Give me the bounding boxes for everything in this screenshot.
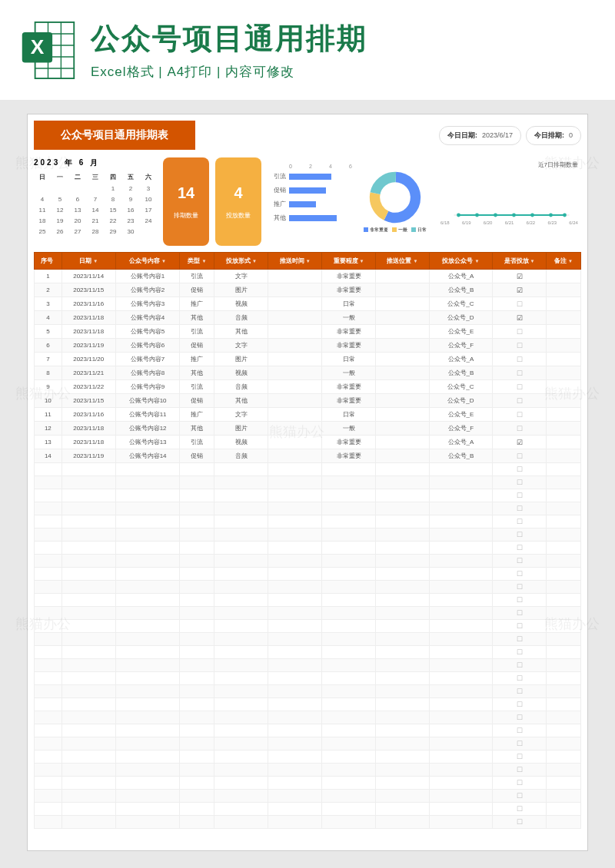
cell[interactable]: 12 — [35, 422, 62, 436]
cell[interactable]: 日常 — [322, 408, 376, 422]
cell[interactable] — [180, 764, 214, 777]
cell[interactable] — [180, 502, 214, 515]
cell[interactable] — [214, 685, 268, 698]
cell[interactable] — [62, 711, 115, 724]
cell[interactable] — [322, 581, 376, 594]
cell[interactable] — [322, 698, 376, 711]
checkbox-cell[interactable] — [493, 353, 547, 366]
cell[interactable] — [375, 790, 429, 803]
cell[interactable] — [62, 737, 115, 750]
cell[interactable] — [35, 594, 62, 607]
cell[interactable] — [268, 672, 322, 685]
cell[interactable] — [429, 528, 492, 542]
cell[interactable] — [493, 764, 547, 777]
checkbox-cell[interactable] — [493, 449, 547, 463]
cell[interactable] — [115, 724, 180, 737]
cell[interactable] — [375, 568, 429, 581]
cell[interactable] — [214, 568, 268, 581]
cell[interactable]: 2023/11/18 — [62, 436, 115, 449]
table-row[interactable]: 12023/11/14公账号内容1引流文字非常重要公众号_A — [35, 270, 581, 283]
cal-day[interactable]: 16 — [122, 205, 139, 215]
cal-day[interactable]: 22 — [105, 216, 121, 226]
cell[interactable]: 2023/11/19 — [62, 449, 115, 463]
cell[interactable] — [214, 711, 268, 724]
cell[interactable] — [546, 380, 580, 394]
cell[interactable] — [180, 737, 214, 750]
cell[interactable]: 公账号内容4 — [115, 311, 180, 325]
table-row[interactable]: 102023/11/15公账号内容10促销其他非常重要公众号_D — [35, 394, 581, 408]
cell[interactable] — [214, 803, 268, 816]
cell[interactable] — [375, 816, 429, 829]
cell[interactable] — [322, 568, 376, 581]
cal-day[interactable]: 23 — [122, 216, 139, 226]
cell[interactable] — [546, 270, 580, 283]
cell[interactable] — [115, 568, 180, 581]
cell[interactable]: 音频 — [214, 311, 268, 325]
cell[interactable] — [493, 777, 547, 790]
cell[interactable]: 14 — [35, 449, 62, 463]
cell[interactable] — [429, 685, 492, 698]
cell[interactable] — [115, 764, 180, 777]
cell[interactable] — [546, 777, 580, 790]
cell[interactable] — [180, 489, 214, 502]
cell[interactable] — [493, 803, 547, 816]
cell[interactable] — [375, 339, 429, 353]
cell[interactable]: 公账号内容5 — [115, 325, 180, 339]
table-row[interactable] — [35, 633, 581, 646]
cell[interactable] — [62, 803, 115, 816]
cell[interactable] — [180, 790, 214, 803]
cell[interactable] — [546, 297, 580, 311]
cell[interactable] — [322, 777, 376, 790]
cell[interactable] — [546, 672, 580, 685]
cell[interactable] — [429, 542, 492, 555]
cell[interactable]: 引流 — [180, 325, 214, 339]
cell[interactable] — [493, 607, 547, 620]
cell[interactable] — [62, 594, 115, 607]
cell[interactable]: 2 — [35, 283, 62, 297]
cell[interactable] — [62, 633, 115, 646]
cell[interactable]: 音频 — [214, 449, 268, 463]
cell[interactable] — [493, 568, 547, 581]
cell[interactable]: 2023/11/15 — [62, 283, 115, 297]
cell[interactable] — [493, 581, 547, 594]
cell[interactable] — [214, 594, 268, 607]
cell[interactable] — [115, 711, 180, 724]
cell[interactable]: 公账号内容3 — [115, 297, 180, 311]
cell[interactable] — [268, 816, 322, 829]
cell[interactable] — [546, 515, 580, 528]
cell[interactable]: 其他 — [180, 422, 214, 436]
cell[interactable] — [62, 816, 115, 829]
cell[interactable] — [214, 750, 268, 764]
cell[interactable] — [375, 463, 429, 476]
cell[interactable] — [268, 633, 322, 646]
cell[interactable]: 推广 — [180, 297, 214, 311]
table-row[interactable] — [35, 581, 581, 594]
cell[interactable] — [375, 724, 429, 737]
table-row[interactable] — [35, 476, 581, 489]
cell[interactable] — [375, 711, 429, 724]
table-row[interactable] — [35, 764, 581, 777]
cell[interactable] — [268, 750, 322, 764]
cell[interactable] — [180, 594, 214, 607]
column-header[interactable]: 推送时间 — [268, 253, 322, 270]
cell[interactable] — [115, 633, 180, 646]
cell[interactable] — [115, 542, 180, 555]
cell[interactable] — [35, 803, 62, 816]
cell[interactable] — [375, 803, 429, 816]
cell[interactable] — [493, 750, 547, 764]
cell[interactable]: 推广 — [180, 353, 214, 366]
cell[interactable]: 一般 — [322, 366, 376, 380]
cell[interactable] — [180, 528, 214, 542]
cell[interactable] — [322, 633, 376, 646]
cell[interactable]: 一般 — [322, 311, 376, 325]
cell[interactable] — [35, 764, 62, 777]
cell[interactable]: 日常 — [322, 297, 376, 311]
cell[interactable]: 公众号_A — [429, 353, 492, 366]
cell[interactable] — [375, 436, 429, 449]
cell[interactable] — [180, 711, 214, 724]
cell[interactable]: 公账号内容13 — [115, 436, 180, 449]
cell[interactable] — [322, 724, 376, 737]
table-row[interactable] — [35, 568, 581, 581]
cell[interactable] — [429, 555, 492, 568]
cell[interactable]: 公众号_A — [429, 436, 492, 449]
